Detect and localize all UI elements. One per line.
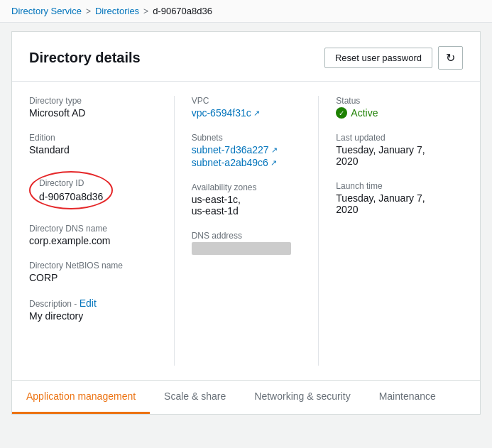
netbios-label: Directory NetBIOS name bbox=[29, 261, 157, 271]
directory-type-label: Directory type bbox=[29, 96, 157, 106]
details-grid: Directory type Microsoft AD Edition Stan… bbox=[12, 82, 480, 380]
breadcrumb-directories-link[interactable]: Directories bbox=[95, 6, 139, 16]
status-active-icon: ✓ bbox=[336, 107, 347, 119]
status-label: Status bbox=[336, 96, 446, 106]
dns-name-value: corp.example.com bbox=[29, 235, 157, 246]
edition-value: Standard bbox=[29, 144, 157, 155]
last-updated-label: Last updated bbox=[336, 133, 446, 143]
launch-time-group: Launch time Tuesday, January 7, 2020 bbox=[336, 181, 446, 215]
launch-time-value: Tuesday, January 7, 2020 bbox=[336, 192, 446, 215]
az-label: Availability zones bbox=[192, 182, 302, 192]
subnets-label: Subnets bbox=[192, 133, 302, 143]
details-col-3: Status ✓ Active Last updated Tuesday, Ja… bbox=[318, 96, 463, 366]
last-updated-value: Tuesday, January 7, 2020 bbox=[336, 144, 446, 167]
directory-id-value: d-90670a8d36 bbox=[39, 191, 103, 202]
tab-networking-security[interactable]: Networking & security bbox=[240, 381, 364, 414]
edition-group: Edition Standard bbox=[29, 133, 157, 155]
directory-type-group: Directory type Microsoft AD bbox=[29, 96, 157, 119]
directory-id-group: Directory ID d-90670a8d36 bbox=[29, 170, 157, 209]
dns-address-group: DNS address bbox=[192, 231, 302, 255]
details-col-1: Directory type Microsoft AD Edition Stan… bbox=[29, 96, 174, 366]
launch-time-label: Launch time bbox=[336, 181, 446, 191]
vpc-label: VPC bbox=[192, 96, 302, 106]
subnet2-ext-icon: ↗ bbox=[270, 158, 277, 168]
tab-scale-share[interactable]: Scale & share bbox=[150, 381, 240, 414]
status-active: ✓ Active bbox=[336, 107, 446, 119]
last-updated-group: Last updated Tuesday, January 7, 2020 bbox=[336, 133, 446, 167]
details-col-2: VPC vpc-6594f31c ↗ Subnets subnet bbox=[174, 96, 319, 366]
tab-application-management[interactable]: Application management bbox=[12, 381, 150, 414]
status-active-text: Active bbox=[351, 107, 378, 119]
breadcrumb-sep-2: > bbox=[143, 6, 148, 16]
breadcrumb: Directory Service > Directories > d-9067… bbox=[0, 0, 492, 23]
tab-maintenance[interactable]: Maintenance bbox=[365, 381, 450, 414]
dns-name-group: Directory DNS name corp.example.com bbox=[29, 224, 157, 246]
status-group: Status ✓ Active bbox=[336, 96, 446, 119]
dns-name-label: Directory DNS name bbox=[29, 224, 157, 234]
header-section: Directory details Reset user password ↻ bbox=[12, 32, 480, 82]
tabs-bar: Application management Scale & share Net… bbox=[12, 381, 480, 414]
directory-type-value: Microsoft AD bbox=[29, 107, 157, 119]
vpc-link[interactable]: vpc-6594f31c ↗ bbox=[192, 107, 260, 119]
breadcrumb-service-link[interactable]: Directory Service bbox=[11, 6, 82, 16]
subnet2-link[interactable]: subnet-a2ab49c6 ↗ bbox=[192, 157, 277, 168]
subnet1-value: subnet-7d36a227 ↗ bbox=[192, 144, 302, 155]
edition-label: Edition bbox=[29, 133, 157, 143]
content-wrapper: Directory details Reset user password ↻ … bbox=[0, 23, 492, 423]
external-link-icon: ↗ bbox=[253, 109, 260, 118]
refresh-button[interactable]: ↻ bbox=[438, 46, 463, 70]
netbios-group: Directory NetBIOS name CORP bbox=[29, 261, 157, 283]
tabs-section: Application management Scale & share Net… bbox=[12, 380, 480, 414]
dns-address-label: DNS address bbox=[192, 231, 302, 241]
subnets-group: Subnets subnet-7d36a227 ↗ subnet-a2ab49c… bbox=[192, 133, 302, 168]
vpc-group: VPC vpc-6594f31c ↗ bbox=[192, 96, 302, 119]
refresh-icon: ↻ bbox=[446, 51, 455, 65]
directory-id-circle: Directory ID d-90670a8d36 bbox=[29, 171, 113, 209]
description-value: My directory bbox=[29, 310, 157, 322]
subnet2-value: subnet-a2ab49c6 ↗ bbox=[192, 157, 302, 168]
netbios-value: CORP bbox=[29, 272, 157, 283]
reset-password-button[interactable]: Reset user password bbox=[324, 48, 432, 68]
vpc-value: vpc-6594f31c ↗ bbox=[192, 107, 302, 119]
page-title: Directory details bbox=[29, 50, 141, 66]
breadcrumb-sep-1: > bbox=[86, 6, 91, 16]
description-label: Description - Edit bbox=[29, 297, 157, 309]
az-line2: us-east-1d bbox=[192, 205, 302, 217]
directory-id-label: Directory ID bbox=[39, 178, 103, 188]
az-group: Availability zones us-east-1c, us-east-1… bbox=[192, 182, 302, 217]
page-wrapper: Directory Service > Directories > d-9067… bbox=[0, 0, 492, 448]
subnet1-link[interactable]: subnet-7d36a227 ↗ bbox=[192, 144, 278, 155]
dns-address-value bbox=[192, 242, 291, 255]
main-content: Directory details Reset user password ↻ … bbox=[11, 31, 481, 415]
description-edit-link[interactable]: Edit bbox=[80, 297, 97, 309]
az-line1: us-east-1c, bbox=[192, 194, 302, 205]
breadcrumb-current: d-90670a8d36 bbox=[153, 6, 212, 16]
subnet1-ext-icon: ↗ bbox=[271, 146, 278, 155]
header-actions: Reset user password ↻ bbox=[324, 46, 463, 70]
description-group: Description - Edit My directory bbox=[29, 297, 157, 322]
